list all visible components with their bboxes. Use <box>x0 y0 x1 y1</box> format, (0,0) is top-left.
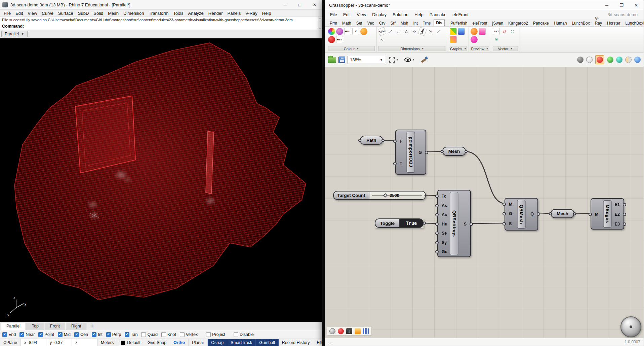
preview-blue-icon[interactable] <box>634 57 641 63</box>
osnap-mid[interactable]: Mid <box>58 332 71 337</box>
menu-edit[interactable]: Edit <box>340 12 354 17</box>
slider-grip[interactable] <box>383 193 388 198</box>
tab-srf[interactable]: Srf <box>388 20 397 26</box>
menu-transform[interactable]: Transform <box>146 11 171 16</box>
node-qr-settings[interactable]: QRSettings Tc As Ac He Se Sy Gc S <box>437 190 471 257</box>
output-jack[interactable] <box>623 222 626 226</box>
tab-math[interactable]: Math <box>340 20 353 26</box>
wire-mesh-to-qrmesh[interactable] <box>466 151 505 204</box>
maximize-button[interactable]: ❐ <box>614 0 629 10</box>
preview-material-icon[interactable] <box>479 28 486 35</box>
tab-set[interactable]: Set <box>354 20 364 26</box>
scroll-up-icon[interactable]: ▲ <box>319 17 321 20</box>
tab-prm[interactable]: Prm <box>328 20 339 26</box>
dim-marker-icon[interactable]: ⊹ <box>411 28 418 35</box>
dim-linear-icon[interactable]: ⤢ <box>387 28 394 35</box>
menu-dimension[interactable]: Dimension <box>121 11 146 16</box>
osnap-near[interactable]: Near <box>19 332 35 337</box>
status-record-history[interactable]: Record History <box>279 339 314 346</box>
menu-file[interactable]: File <box>1 11 13 16</box>
status-smarttrack[interactable]: SmartTrack <box>227 339 256 346</box>
menu-file[interactable]: File <box>327 12 340 17</box>
tab-crv[interactable]: Crv <box>377 20 388 26</box>
orange-swatch-icon[interactable] <box>360 28 367 35</box>
input-jack[interactable] <box>435 204 439 207</box>
osnap-disable[interactable]: Disable <box>234 332 254 337</box>
osnap-vertex[interactable]: Vertex <box>180 332 198 337</box>
vector-expression-icon[interactable]: 3⇉2 <box>493 28 500 35</box>
dim-aligned-icon[interactable]: ↔ <box>395 28 402 35</box>
tab-vray[interactable]: V-Ray <box>593 15 604 26</box>
minimize-button[interactable]: ─ <box>278 0 292 9</box>
preview-mesh-icon[interactable] <box>471 36 478 43</box>
grasshopper-canvas[interactable]: Path pcImportOBJ F T G Mesh Target Count <box>325 67 644 338</box>
menu-analyze[interactable]: Analyze <box>186 11 206 16</box>
preview-visibility-button[interactable]: ▼ <box>403 56 416 64</box>
rhino-titlebar[interactable]: 3d-scan-demo.3dm (13 MB) - Rhino 7 Educa… <box>0 0 322 10</box>
input-jack[interactable] <box>393 162 397 165</box>
output-nub[interactable] <box>573 212 576 215</box>
input-jack[interactable] <box>435 213 439 216</box>
colour-wheel-icon[interactable] <box>328 28 335 35</box>
tab-pancake[interactable]: Pancake <box>531 20 551 26</box>
tab-dis[interactable]: Dis <box>434 20 445 26</box>
menu-subd[interactable]: SubD <box>76 11 91 16</box>
node-m-edges[interactable]: MEdges M E1 E2 E3 <box>591 198 624 230</box>
open-file-icon[interactable] <box>328 57 336 63</box>
status-planar[interactable]: Planar <box>189 339 208 346</box>
menu-mesh[interactable]: Mesh <box>106 11 121 16</box>
input-jack[interactable] <box>435 241 439 244</box>
osnap-cen[interactable]: Cen <box>74 332 88 337</box>
osnap-int[interactable]: Int <box>92 332 103 337</box>
preview-green-icon[interactable] <box>607 57 613 63</box>
osnap-end[interactable]: End <box>2 332 16 337</box>
point-cloud-icon[interactable]: ∷ <box>509 28 516 35</box>
tab-human[interactable]: Human <box>552 20 569 26</box>
zoom-level-dropdown[interactable]: 138% ▼ <box>348 56 385 64</box>
tab-msh[interactable]: Msh <box>399 20 410 26</box>
input-jack[interactable] <box>502 212 506 215</box>
wire-qrsettings-to-qrmesh[interactable] <box>471 223 505 223</box>
canvas-compass-ball[interactable] <box>620 316 641 337</box>
dim-leader-icon[interactable]: ⟋ <box>435 28 442 35</box>
new-viewport-icon[interactable]: ✛ <box>87 323 96 330</box>
toolbar-group-label[interactable]: Graphs▼ <box>450 46 467 51</box>
node-import-obj[interactable]: pcImportOBJ F T G <box>395 130 426 175</box>
menu-solution[interactable]: Solution <box>390 12 411 17</box>
tab-pufferfish[interactable]: Pufferfish <box>448 20 469 26</box>
legend-icon[interactable] <box>458 28 465 35</box>
menu-help[interactable]: Help <box>260 11 274 16</box>
preview-shaded-icon[interactable] <box>577 57 583 63</box>
wire-importobj-to-mesh[interactable] <box>426 151 443 152</box>
tab-int[interactable]: Int <box>411 20 419 26</box>
hsl-icon[interactable]: HSL <box>344 28 351 35</box>
dim-ordinate-icon[interactable]: ⊾ <box>378 36 386 43</box>
value-track-icon[interactable] <box>450 36 457 43</box>
tab-kangaroo2[interactable]: Kangaroo2 <box>506 20 530 26</box>
tab-trns[interactable]: Trns <box>421 20 433 26</box>
menu-elefront[interactable]: eleFront <box>449 12 472 17</box>
hsv-icon[interactable]: HSV <box>336 36 343 43</box>
output-jack[interactable] <box>425 151 428 154</box>
osnap-perp[interactable]: Perp <box>106 332 121 337</box>
status-grid-snap[interactable]: Grid Snap <box>144 339 170 346</box>
slider-track[interactable]: 2500 <box>369 192 425 199</box>
close-button[interactable]: ✕ <box>307 0 322 9</box>
close-button[interactable]: ✕ <box>629 0 644 10</box>
input-nub[interactable] <box>358 139 361 142</box>
viewport-tab-front[interactable]: Front <box>45 323 65 330</box>
menu-view[interactable]: View <box>354 12 369 17</box>
osnap-knot[interactable]: Knot <box>161 332 176 337</box>
save-file-icon[interactable] <box>338 57 345 63</box>
output-nub[interactable] <box>423 222 426 225</box>
menu-display[interactable]: Display <box>369 12 390 17</box>
toggle-value[interactable]: True <box>399 218 424 228</box>
preview-custom-active[interactable] <box>595 55 604 64</box>
output-nub[interactable] <box>381 139 385 142</box>
vector-display-icon[interactable]: ✳ <box>493 36 500 43</box>
sketch-tool-button[interactable]: ▼ <box>388 56 400 64</box>
viewport-tab-parallel[interactable]: Parallel <box>1 323 26 330</box>
maximize-button[interactable]: □ <box>292 0 307 9</box>
menu-panels[interactable]: Panels <box>225 11 243 16</box>
status-filter[interactable]: Filter <box>313 339 322 346</box>
